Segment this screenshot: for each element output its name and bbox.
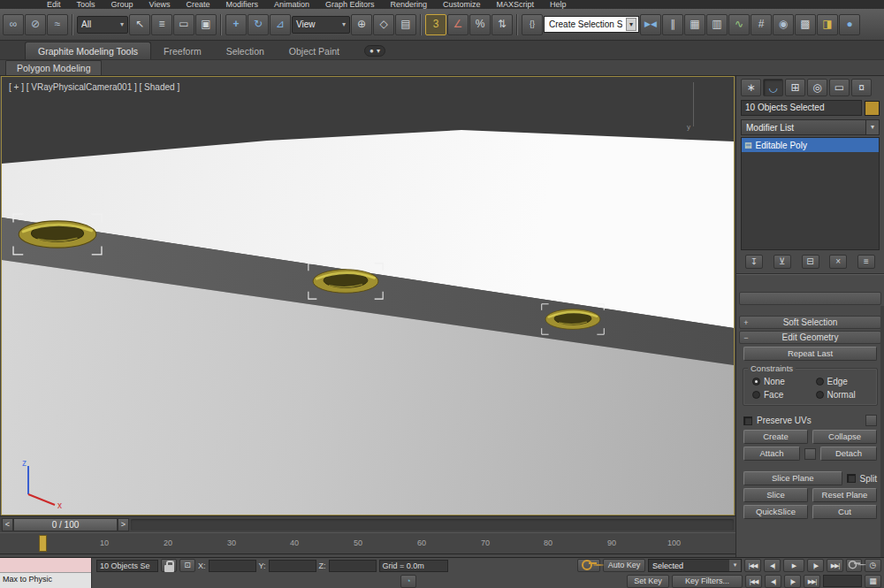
menu-group[interactable]: Group (103, 0, 141, 9)
tab-polygon-modeling[interactable]: Polygon Modeling (5, 60, 102, 75)
constraint-face-radio[interactable]: Face (747, 388, 811, 401)
utilities-tab-icon[interactable]: ¤ (851, 79, 872, 96)
configure-modifier-sets-icon[interactable]: ≡ (857, 255, 875, 269)
motion-tab-icon[interactable]: ◎ (807, 79, 827, 96)
viewport-label[interactable]: [ + ] [ VRayPhysicalCamera001 ] [ Shaded… (9, 82, 179, 92)
menu-tools[interactable]: Tools (69, 0, 103, 9)
select-object-icon[interactable]: ↖ (129, 14, 150, 35)
slice-plane-button[interactable]: Slice Plane (743, 471, 842, 485)
downlight-ring-1[interactable] (12, 213, 103, 256)
rollout-soft-selection[interactable]: + Soft Selection (739, 316, 881, 329)
repeat-last-button[interactable]: Repeat Last (743, 347, 877, 361)
render-production-icon[interactable]: ● (839, 14, 860, 35)
rollout-edit-geometry[interactable]: − Edit Geometry (739, 331, 881, 344)
next-frame-button[interactable]: > (118, 518, 129, 531)
select-and-manipulate-icon[interactable]: ◇ (373, 14, 394, 35)
selection-filter-dropdown[interactable]: All ▾ (77, 16, 128, 34)
select-and-scale-icon[interactable]: ⊿ (270, 14, 291, 35)
constraint-edge-radio[interactable]: Edge (811, 375, 874, 388)
menu-help[interactable]: Help (542, 0, 575, 9)
y-coordinate-input[interactable] (269, 560, 316, 572)
reference-coordinate-dropdown[interactable]: View ▾ (292, 16, 350, 34)
tab-object-paint[interactable]: Object Paint (277, 42, 352, 59)
time-configuration-icon[interactable]: ◷ (865, 559, 881, 572)
track-bar[interactable]: 10 20 30 40 50 60 70 80 90 100 (0, 532, 735, 554)
set-key-button[interactable]: Set Key (627, 575, 669, 588)
z-coordinate-input[interactable] (329, 560, 377, 572)
layer-manager-icon[interactable]: ▦ (684, 14, 705, 35)
attach-button[interactable]: Attach (743, 447, 800, 461)
stack-item-editable-poly[interactable]: ▤ Editable Poly (742, 138, 879, 152)
spinner-snap-icon[interactable]: ⇅ (492, 14, 513, 35)
absolute-offset-toggle[interactable]: ⊡ (179, 559, 195, 572)
tab-graphite-modeling-tools[interactable]: Graphite Modeling Tools (25, 42, 151, 59)
window-crossing-icon[interactable]: ▣ (195, 14, 217, 35)
select-by-name-icon[interactable]: ≡ (151, 14, 172, 35)
attach-list-button[interactable] (804, 448, 816, 460)
current-frame-marker[interactable] (39, 535, 47, 552)
reset-plane-button[interactable]: Reset Plane (812, 488, 877, 502)
object-color-swatch[interactable] (865, 101, 880, 116)
auto-key-button[interactable]: Auto Key (603, 559, 645, 572)
previous-frame-button[interactable]: < (2, 518, 13, 531)
create-button[interactable]: Create (743, 430, 808, 444)
constraint-normal-radio[interactable]: Normal (811, 388, 874, 401)
menu-maxscript[interactable]: MAXScript (489, 0, 543, 9)
ribbon-toggle-icon[interactable]: ▥ (706, 14, 728, 35)
named-selection-sets-icon[interactable]: {} (522, 14, 543, 35)
keyboard-override-icon[interactable]: ▤ (395, 14, 416, 35)
go-to-start-icon[interactable]: |◀◀ (744, 559, 761, 572)
go-to-end-icon[interactable]: ▶▶| (827, 559, 843, 572)
use-center-icon[interactable]: ⊕ (351, 14, 372, 35)
menu-customize[interactable]: Customize (435, 0, 489, 9)
viewport[interactable]: y (1, 76, 735, 515)
angle-snap-icon[interactable]: ∠ (447, 14, 469, 35)
select-and-link-icon[interactable]: ∞ (3, 14, 24, 35)
hierarchy-tab-icon[interactable]: ⊞ (785, 79, 805, 96)
go-to-start-icon[interactable]: |◀◀ (745, 575, 762, 588)
macro-recorder-pane[interactable] (0, 558, 91, 573)
time-slider-track[interactable] (131, 519, 734, 531)
previous-frame-icon[interactable]: ◀| (764, 559, 781, 572)
split-checkbox[interactable] (847, 474, 856, 483)
key-mode-dropdown[interactable]: Selected ▾ (648, 559, 742, 572)
display-tab-icon[interactable]: ▭ (829, 79, 850, 96)
menu-animation[interactable]: Animation (266, 0, 317, 9)
quickslice-button[interactable]: QuickSlice (743, 505, 808, 519)
constraint-none-radio[interactable]: None (747, 375, 811, 388)
downlight-ring-2[interactable] (308, 263, 384, 300)
maxscript-mini-listener[interactable]: Max to Physic (0, 558, 92, 588)
remove-modifier-icon[interactable]: × (829, 255, 847, 269)
detach-button[interactable]: Detach (820, 447, 877, 461)
go-to-end-icon[interactable]: ▶▶| (804, 575, 820, 588)
cut-button[interactable]: Cut (812, 505, 877, 519)
preserve-uvs-checkbox[interactable] (743, 416, 752, 425)
menu-edit[interactable]: Edit (39, 0, 69, 9)
current-frame-input[interactable] (823, 575, 862, 587)
play-icon[interactable]: ▶ (783, 559, 804, 572)
key-mode-toggle-button[interactable] (846, 559, 862, 572)
x-coordinate-input[interactable] (209, 560, 256, 572)
menu-create[interactable]: Create (178, 0, 217, 9)
next-frame-icon[interactable]: |▶ (784, 575, 801, 588)
listener-pane[interactable]: Max to Physic (0, 573, 91, 588)
time-slider-handle[interactable]: 0 / 100 (13, 518, 118, 531)
show-end-result-icon[interactable]: ⊻ (774, 255, 791, 269)
ribbon-options-button[interactable]: ● ▾ (364, 45, 385, 57)
select-and-move-icon[interactable]: + (225, 14, 247, 35)
rollout-header-unlabeled[interactable] (739, 292, 881, 305)
pin-stack-icon[interactable]: ↧ (745, 255, 763, 269)
collapse-button[interactable]: Collapse (812, 430, 877, 444)
menu-rendering[interactable]: Rendering (383, 0, 436, 9)
preserve-uvs-settings-button[interactable] (865, 415, 877, 426)
set-keys-button[interactable] (577, 559, 600, 572)
align-icon[interactable]: ∥ (662, 14, 683, 35)
time-tag-icon[interactable]: ◔ (400, 575, 416, 588)
next-frame-icon[interactable]: |▶ (807, 559, 824, 572)
modifier-list-dropdown[interactable]: Modifier List ▾ (741, 119, 880, 135)
tab-selection[interactable]: Selection (214, 42, 277, 59)
downlight-ring-3[interactable] (541, 303, 605, 335)
menu-graph-editors[interactable]: Graph Editors (317, 0, 383, 9)
mini-grid-icon[interactable]: ▦ (865, 575, 881, 588)
make-unique-icon[interactable]: ⊟ (802, 255, 819, 269)
